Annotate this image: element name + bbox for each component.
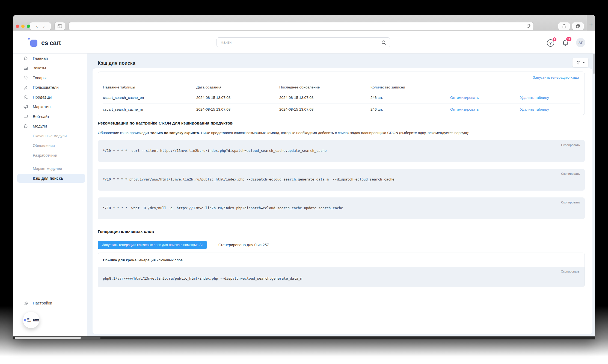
optimize-link[interactable]: Оптимизировать (450, 107, 520, 111)
help-glyph: ? (549, 41, 552, 45)
cron-intro-pre: Обновление кэша происходит (98, 131, 150, 135)
cscart-logo-dot (28, 38, 30, 40)
admin-header: cs cart ? 2 11 (13, 31, 595, 54)
sidebar-item-label: Товары (33, 76, 46, 80)
cscart-logo-icon (30, 40, 37, 47)
sidebar-item-label: Модули (33, 124, 47, 128)
sidebar-item-label: Маркетинг (33, 105, 52, 109)
cscart-logo-text[interactable]: cs cart (41, 39, 61, 47)
copy-button[interactable]: Скопировать (561, 143, 580, 147)
sidebar: Главная Заказы Товары (13, 54, 87, 336)
puzzle-icon (23, 124, 28, 129)
user-icon (23, 85, 28, 90)
cron-command-block: Скопировать */10 * * * * php8.1/var/www/… (98, 169, 585, 191)
horizontal-scrollbar-thumb[interactable] (15, 337, 81, 339)
window-bottom-bar (13, 336, 595, 339)
delete-table-link[interactable]: Удалить таблицу (520, 96, 580, 100)
tabs-icon (575, 23, 581, 29)
copy-button[interactable]: Скопировать (561, 172, 580, 175)
cron-command-text: */10 * * * * curl --silent https://13mve… (103, 149, 327, 153)
sidebar-item-home[interactable]: Главная (13, 54, 87, 63)
sidebar-item-users[interactable]: Пользователи (13, 83, 87, 93)
sidebar-item-label: Пользователи (33, 85, 59, 90)
close-window-button[interactable] (16, 25, 19, 28)
forward-icon[interactable]: › (43, 23, 45, 29)
keywords-command-text: php8.1/var/www/html/13mve.lin2b.ru/publi… (103, 276, 302, 280)
back-icon[interactable]: ‹ (36, 23, 38, 29)
table-updated-cell: 2024-08-15 13:07:08 (279, 96, 370, 100)
table-count-cell: 246 шт. (370, 96, 450, 100)
run-keywords-generation-button[interactable]: Запустить генерацию ключевых слов для по… (98, 241, 207, 249)
keywords-cron-label-bold: Ссылка для крона. (103, 258, 138, 262)
table-count-cell: 246 шт. (370, 107, 450, 111)
run-cache-generation-link[interactable]: Запустить генерацию кэша (533, 75, 579, 79)
sidebar-item-search-cache[interactable]: Кэш для поиска (13, 173, 87, 183)
gear-icon (23, 301, 28, 306)
sidebar-item-marketing[interactable]: Маркетинг (13, 102, 87, 112)
table-created-cell: 2024-08-15 13:07:08 (196, 107, 279, 111)
table-name-cell: cscart_search_cache_ru (103, 107, 196, 111)
sidebar-item-label: Веб-сайт (33, 114, 49, 119)
cscart-demo-badge[interactable]: cs cart Demo (23, 312, 39, 328)
cron-intro-text: Обновление кэша происходит только по зап… (98, 131, 469, 135)
sidebar-item-settings[interactable]: Настройки (13, 299, 87, 307)
scrollbar-thumb[interactable] (593, 54, 595, 74)
browser-nav-buttons: ‹ › (30, 22, 51, 30)
megaphone-icon (23, 104, 28, 110)
table-updated-cell: 2024-08-15 13:07:08 (279, 107, 370, 111)
optimize-link[interactable]: Оптимизировать (450, 96, 520, 100)
help-button[interactable]: ? 2 (547, 39, 554, 47)
sidebar-item-website[interactable]: Веб-сайт (13, 112, 87, 122)
tab-overview-button[interactable] (572, 22, 584, 30)
copy-button[interactable]: Скопировать (561, 270, 580, 273)
address-bar[interactable] (69, 22, 533, 30)
column-header: Последнее обновление (279, 85, 370, 89)
keywords-cron-card: Ссылка для крона. Генерация ключевых сло… (98, 253, 585, 287)
minimize-window-button[interactable] (21, 25, 25, 28)
cscart-mini-logo-dot (23, 318, 23, 318)
cscart-mini-logo-text: cs cart (27, 317, 32, 323)
page-title: Кэш для поиска (98, 60, 135, 66)
cache-tables-card: Запустить генерацию кэша Название таблиц… (98, 72, 585, 115)
sidebar-subitem-label: Обновления (33, 143, 55, 148)
sidebar-toggle-button[interactable] (55, 22, 65, 30)
sidebar-item-products[interactable]: Товары (13, 73, 87, 83)
new-tab-icon[interactable]: + (589, 21, 593, 29)
sidebar-item-modules-market[interactable]: Маркет модулей (13, 164, 87, 174)
keywords-cron-label: Ссылка для крона. Генерация ключевых сло… (98, 253, 585, 267)
table-header-row: Название таблицы Дата создания Последнее… (103, 83, 580, 92)
cron-section-heading: Рекомендации по настройке CRON для кэшир… (98, 121, 233, 126)
table-row: cscart_search_cache_ru 2024-08-15 13:07:… (103, 103, 580, 115)
sidebar-item-label: Заказы (33, 66, 46, 70)
global-search (216, 37, 390, 47)
zoom-window-button[interactable] (27, 25, 30, 28)
sidebar-item-vendors[interactable]: Продавцы (13, 92, 87, 102)
tag-icon (23, 75, 28, 80)
sidebar-item-label: Настройки (33, 301, 52, 305)
sidebar-item-developers[interactable]: Разработчики (13, 150, 87, 160)
sidebar-item-modules[interactable]: Модули (13, 122, 87, 131)
sidebar-item-orders[interactable]: Заказы (13, 63, 87, 73)
cron-command-block: Скопировать */10 * * * * wget -O /dev/nu… (98, 197, 585, 219)
sidebar-active-pill: Кэш для поиска (17, 174, 85, 183)
keywords-generation-status: Сгенерировано для 0 из 257 (218, 243, 269, 247)
help-badge: 2 (552, 37, 557, 42)
cron-command-text: */10 * * * * wget -O /dev/null -q https:… (103, 206, 343, 210)
chevron-down-icon (583, 62, 585, 63)
copy-button[interactable]: Скопировать (561, 201, 580, 204)
reload-icon[interactable] (526, 24, 531, 29)
sidebar-subitem-label: Маркет модулей (33, 166, 62, 171)
home-icon (23, 56, 28, 61)
page-settings-button[interactable] (572, 58, 589, 67)
avatar[interactable]: АГ (576, 38, 585, 47)
delete-table-link[interactable]: Удалить таблицу (520, 107, 580, 111)
notifications-badge: 11 (566, 37, 572, 42)
table-name-cell: cscart_search_cache_en (103, 96, 196, 100)
notifications-button[interactable]: 11 (562, 39, 569, 47)
sidebar-item-updates[interactable]: Обновления (13, 141, 87, 151)
column-header: Название таблицы (103, 85, 196, 89)
search-input[interactable] (217, 38, 390, 47)
sidebar-item-downloaded-modules[interactable]: Скачанные модули (13, 131, 87, 141)
keywords-section-heading: Генерация ключевых слов (98, 229, 154, 234)
share-button[interactable] (558, 22, 570, 30)
